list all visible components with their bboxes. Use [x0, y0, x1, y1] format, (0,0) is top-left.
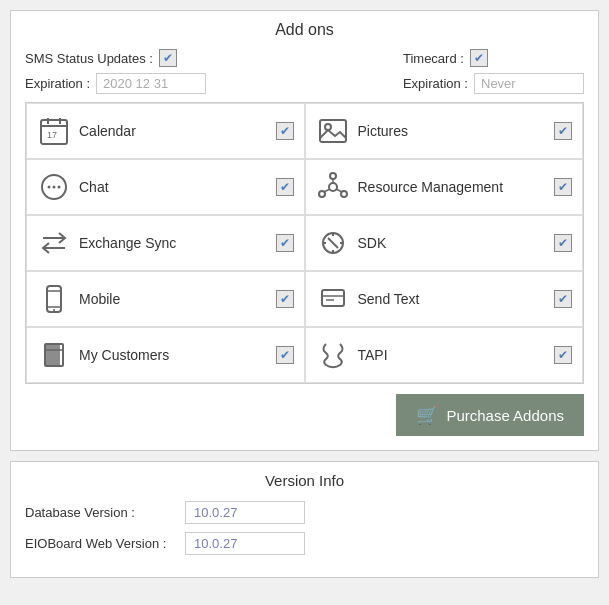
svg-point-29	[53, 309, 55, 311]
addon-cell-mobile: Mobile	[26, 271, 305, 327]
addon-cell-send-text: Send Text	[305, 271, 584, 327]
tapi-label: TAPI	[358, 347, 388, 363]
top-row: SMS Status Updates : Expiration : Timeca…	[25, 49, 584, 94]
timecard-label: Timecard :	[403, 51, 464, 66]
sms-expiry-label: Expiration :	[25, 76, 90, 91]
sms-label-row: SMS Status Updates :	[25, 49, 206, 67]
sms-col: SMS Status Updates : Expiration :	[25, 49, 206, 94]
addon-left-calendar: 17Calendar	[37, 114, 136, 148]
exchange-sync-icon	[37, 226, 71, 260]
sms-expiry-row: Expiration :	[25, 73, 206, 94]
mobile-checkbox[interactable]	[276, 290, 294, 308]
timecard-label-row: Timecard :	[403, 49, 584, 67]
addon-cell-sdk: SDK	[305, 215, 584, 271]
calendar-checkbox[interactable]	[276, 122, 294, 140]
version-box: Version Info Database Version : EIOBoard…	[10, 461, 599, 578]
pictures-checkbox[interactable]	[554, 122, 572, 140]
web-version-row: EIOBoard Web Version :	[25, 532, 584, 555]
resource-management-icon	[316, 170, 350, 204]
svg-point-10	[58, 186, 61, 189]
calendar-icon: 17	[37, 114, 71, 148]
svg-point-12	[330, 173, 336, 179]
svg-point-9	[53, 186, 56, 189]
addon-left-send-text: Send Text	[316, 282, 420, 316]
svg-text:17: 17	[47, 130, 57, 140]
chat-checkbox[interactable]	[276, 178, 294, 196]
web-version-label: EIOBoard Web Version :	[25, 536, 185, 551]
sdk-icon	[316, 226, 350, 260]
resource-management-checkbox[interactable]	[554, 178, 572, 196]
send-text-label: Send Text	[358, 291, 420, 307]
db-version-label: Database Version :	[25, 505, 185, 520]
addons-title: Add ons	[25, 21, 584, 39]
tapi-checkbox[interactable]	[554, 346, 572, 364]
resource-management-label: Resource Management	[358, 179, 504, 195]
svg-rect-30	[322, 290, 344, 306]
addon-cell-resource-management: Resource Management	[305, 159, 584, 215]
my-customers-label: My Customers	[79, 347, 169, 363]
my-customers-icon	[37, 338, 71, 372]
sdk-label: SDK	[358, 235, 387, 251]
addons-box: Add ons SMS Status Updates : Expiration …	[10, 10, 599, 451]
addon-cell-chat: Chat	[26, 159, 305, 215]
send-text-checkbox[interactable]	[554, 290, 572, 308]
purchase-row: 🛒 Purchase Addons	[25, 394, 584, 436]
mobile-icon	[37, 282, 71, 316]
addon-cell-pictures: Pictures	[305, 103, 584, 159]
sms-checkbox[interactable]	[159, 49, 177, 67]
svg-rect-5	[320, 120, 346, 142]
addon-left-sdk: SDK	[316, 226, 387, 260]
addon-cell-calendar: 17Calendar	[26, 103, 305, 159]
addon-left-chat: Chat	[37, 170, 109, 204]
addon-left-exchange-sync: Exchange Sync	[37, 226, 176, 260]
addon-left-mobile: Mobile	[37, 282, 120, 316]
sms-expiry-input[interactable]	[96, 73, 206, 94]
purchase-addons-label: Purchase Addons	[446, 407, 564, 424]
sms-label: SMS Status Updates :	[25, 51, 153, 66]
db-version-input[interactable]	[185, 501, 305, 524]
svg-point-11	[329, 183, 337, 191]
pictures-label: Pictures	[358, 123, 409, 139]
main-container: Add ons SMS Status Updates : Expiration …	[0, 0, 609, 588]
svg-rect-26	[47, 286, 61, 312]
calendar-label: Calendar	[79, 123, 136, 139]
addon-cell-tapi: TAPI	[305, 327, 584, 383]
svg-line-16	[324, 189, 330, 192]
addon-left-my-customers: My Customers	[37, 338, 169, 372]
timecard-expiry-input[interactable]	[474, 73, 584, 94]
timecard-checkbox[interactable]	[470, 49, 488, 67]
db-version-row: Database Version :	[25, 501, 584, 524]
addon-left-pictures: Pictures	[316, 114, 409, 148]
version-title: Version Info	[25, 472, 584, 489]
web-version-input[interactable]	[185, 532, 305, 555]
addon-cell-my-customers: My Customers	[26, 327, 305, 383]
addon-left-resource-management: Resource Management	[316, 170, 504, 204]
addon-cell-exchange-sync: Exchange Sync	[26, 215, 305, 271]
sdk-checkbox[interactable]	[554, 234, 572, 252]
purchase-addons-button[interactable]: 🛒 Purchase Addons	[396, 394, 584, 436]
svg-point-8	[48, 186, 51, 189]
timecard-expiry-label: Expiration :	[403, 76, 468, 91]
timecard-expiry-row: Expiration :	[403, 73, 584, 94]
my-customers-checkbox[interactable]	[276, 346, 294, 364]
chat-label: Chat	[79, 179, 109, 195]
svg-line-21	[328, 238, 338, 248]
cart-icon: 🛒	[416, 404, 438, 426]
tapi-icon	[316, 338, 350, 372]
pictures-icon	[316, 114, 350, 148]
mobile-label: Mobile	[79, 291, 120, 307]
addon-left-tapi: TAPI	[316, 338, 388, 372]
exchange-sync-label: Exchange Sync	[79, 235, 176, 251]
timecard-col: Timecard : Expiration :	[403, 49, 584, 94]
chat-icon	[37, 170, 71, 204]
addons-grid: 17CalendarPicturesChatResource Managemen…	[25, 102, 584, 384]
exchange-sync-checkbox[interactable]	[276, 234, 294, 252]
svg-line-17	[336, 189, 342, 192]
send-text-icon	[316, 282, 350, 316]
